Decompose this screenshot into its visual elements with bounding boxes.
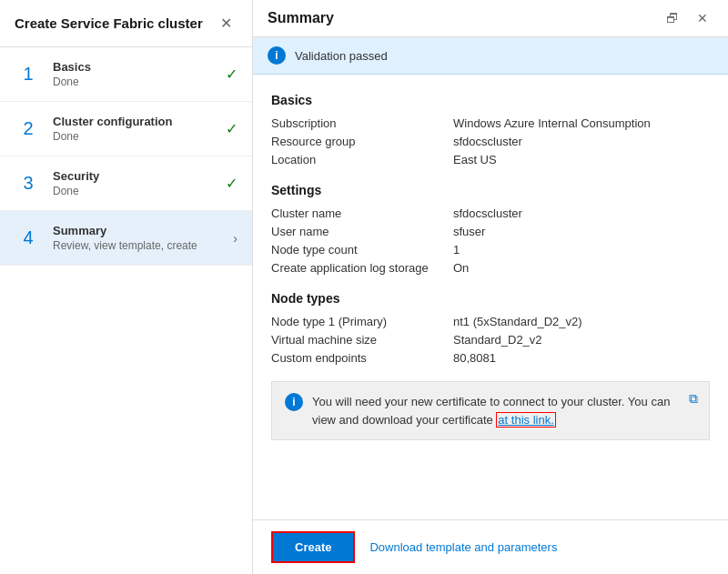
row-value: 1 (453, 243, 460, 257)
step-name: Cluster configuration (53, 115, 218, 128)
row-label: User name (271, 225, 453, 238)
node-types-section-title: Node types (271, 291, 710, 306)
table-row: Create application log storage On (271, 261, 710, 275)
minimize-button[interactable]: 🗗 (661, 9, 684, 27)
row-label: Virtual machine size (271, 333, 453, 347)
info-box-icon: i (285, 393, 303, 411)
table-row: User name sfuser (271, 225, 710, 238)
node-types-table: Node type 1 (Primary) nt1 (5xStandard_D2… (271, 315, 710, 365)
table-row: Virtual machine size Standard_D2_v2 (271, 333, 710, 347)
summary-title: Summary (268, 10, 334, 26)
step-name: Basics (53, 60, 218, 74)
step-check-icon: ✓ (226, 65, 238, 83)
step-sub: Review, view template, create (53, 239, 226, 252)
row-value: On (453, 261, 469, 275)
validation-text: Validation passed (295, 49, 388, 63)
table-row: Node type count 1 (271, 243, 710, 257)
step-item-cluster-configuration[interactable]: 2 Cluster configuration Done ✓ (0, 102, 252, 156)
step-sub: Done (53, 130, 218, 143)
info-box: i You will need your new certificate to … (271, 381, 710, 440)
step-sub: Done (53, 185, 218, 197)
row-label: Node type count (271, 243, 453, 257)
info-icon: i (268, 46, 286, 65)
table-row: Resource group sfdocscluster (271, 135, 710, 148)
step-item-basics[interactable]: 1 Basics Done ✓ (0, 47, 252, 102)
row-value: sfuser (453, 225, 485, 238)
row-label: Cluster name (271, 206, 453, 220)
step-name: Summary (53, 224, 226, 237)
info-text-before: You will need your new certificate to co… (312, 395, 670, 427)
validation-banner: i Validation passed (253, 37, 728, 75)
step-content: Cluster configuration Done (53, 115, 218, 143)
step-item-security[interactable]: 3 Security Done ✓ (0, 156, 252, 211)
external-link-icon[interactable]: ⧉ (689, 391, 698, 407)
row-label: Custom endpoints (271, 351, 453, 365)
settings-section-title: Settings (271, 183, 710, 197)
left-panel: Create Service Fabric cluster ✕ 1 Basics… (0, 0, 253, 574)
table-row: Cluster name sfdocscluster (271, 206, 710, 220)
steps-list: 1 Basics Done ✓ 2 Cluster configuration … (0, 47, 252, 574)
row-value: Windows Azure Internal Consumption (453, 116, 651, 130)
right-footer: Create Download template and parameters (253, 519, 728, 574)
close-panel-button[interactable]: ✕ (692, 9, 713, 27)
step-content: Security Done (53, 169, 218, 197)
step-check-icon: ✓ (226, 120, 238, 137)
basics-table: Subscription Windows Azure Internal Cons… (271, 116, 710, 166)
create-button[interactable]: Create (271, 531, 355, 563)
row-value: nt1 (5xStandard_D2_v2) (453, 315, 582, 328)
right-panel: Summary 🗗 ✕ i Validation passed Basics S… (253, 0, 728, 574)
row-label: Create application log storage (271, 261, 453, 275)
table-row: Location East US (271, 153, 710, 166)
step-arrow-icon: › (233, 231, 238, 246)
window-close-button[interactable]: ✕ (215, 13, 238, 34)
row-label: Subscription (271, 116, 453, 130)
step-name: Security (53, 169, 218, 183)
step-content: Summary Review, view template, create (53, 224, 226, 252)
step-check-icon: ✓ (226, 175, 238, 192)
info-box-text: You will need your new certificate to co… (312, 393, 696, 428)
right-header: Summary 🗗 ✕ (253, 0, 728, 37)
row-label: Location (271, 153, 453, 166)
step-number: 1 (15, 61, 42, 88)
row-value: East US (453, 153, 497, 166)
right-content: i Validation passed Basics Subscription … (253, 37, 728, 519)
step-number: 3 (15, 170, 42, 197)
table-row: Node type 1 (Primary) nt1 (5xStandard_D2… (271, 315, 710, 328)
step-sub: Done (53, 76, 218, 88)
step-number: 2 (15, 116, 42, 143)
settings-table: Cluster name sfdocscluster User name sfu… (271, 206, 710, 275)
row-value: 80,8081 (453, 351, 496, 365)
row-value: Standard_D2_v2 (453, 333, 542, 347)
row-value: sfdocscluster (453, 206, 522, 220)
row-value: sfdocscluster (453, 135, 522, 148)
info-link[interactable]: at this link. (496, 412, 555, 428)
row-label: Node type 1 (Primary) (271, 315, 453, 328)
basics-section-title: Basics (271, 93, 710, 107)
step-number: 4 (15, 225, 42, 252)
table-row: Subscription Windows Azure Internal Cons… (271, 116, 710, 130)
summary-body: Basics Subscription Windows Azure Intern… (253, 75, 728, 455)
window-title: Create Service Fabric cluster (15, 15, 203, 31)
row-label: Resource group (271, 135, 453, 148)
template-link[interactable]: Download template and parameters (369, 540, 557, 554)
step-content: Basics Done (53, 60, 218, 88)
left-header: Create Service Fabric cluster ✕ (0, 0, 252, 47)
header-actions: 🗗 ✕ (661, 9, 713, 27)
table-row: Custom endpoints 80,8081 (271, 351, 710, 365)
step-item-summary[interactable]: 4 Summary Review, view template, create … (0, 211, 252, 266)
